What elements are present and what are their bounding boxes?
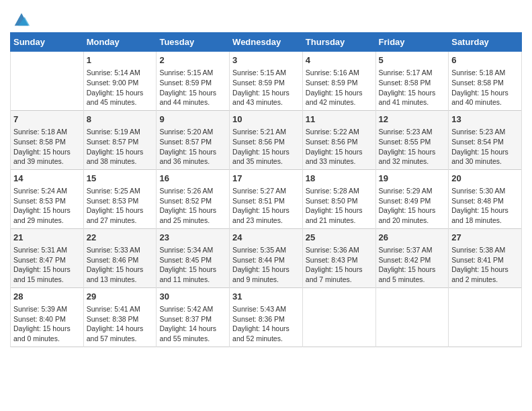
day-info: Sunrise: 5:39 AM Sunset: 8:40 PM Dayligh… [13, 304, 81, 344]
logo-icon [12, 9, 31, 28]
calendar-cell: 4Sunrise: 5:16 AM Sunset: 8:59 PM Daylig… [302, 52, 375, 111]
day-number: 26 [379, 232, 446, 244]
calendar-cell: 22Sunrise: 5:33 AM Sunset: 8:46 PM Dayli… [83, 228, 157, 287]
day-number: 1 [87, 54, 154, 66]
calendar-cell: 17Sunrise: 5:27 AM Sunset: 8:51 PM Dayli… [230, 169, 303, 228]
calendar-cell: 21Sunrise: 5:31 AM Sunset: 8:47 PM Dayli… [11, 228, 84, 287]
day-number: 22 [87, 232, 154, 244]
header-monday: Monday [83, 33, 157, 52]
day-info: Sunrise: 5:22 AM Sunset: 8:56 PM Dayligh… [306, 127, 373, 167]
day-info: Sunrise: 5:16 AM Sunset: 8:59 PM Dayligh… [306, 68, 373, 107]
day-info: Sunrise: 5:24 AM Sunset: 8:53 PM Dayligh… [13, 186, 81, 226]
calendar-cell: 28Sunrise: 5:39 AM Sunset: 8:40 PM Dayli… [11, 287, 84, 347]
calendar-cell: 12Sunrise: 5:23 AM Sunset: 8:55 PM Dayli… [375, 110, 449, 169]
header-thursday: Thursday [302, 33, 375, 52]
calendar-cell: 15Sunrise: 5:25 AM Sunset: 8:53 PM Dayli… [83, 169, 157, 228]
day-info: Sunrise: 5:23 AM Sunset: 8:55 PM Dayligh… [379, 127, 446, 167]
header-friday: Friday [375, 33, 449, 52]
day-info: Sunrise: 5:18 AM Sunset: 8:58 PM Dayligh… [451, 68, 519, 107]
day-number: 12 [379, 113, 446, 126]
calendar-cell: 27Sunrise: 5:38 AM Sunset: 8:41 PM Dayli… [449, 228, 522, 287]
day-number: 11 [306, 113, 373, 126]
day-number: 24 [232, 232, 300, 244]
day-info: Sunrise: 5:30 AM Sunset: 8:48 PM Dayligh… [451, 186, 519, 226]
day-number: 6 [451, 54, 519, 66]
calendar-cell: 10Sunrise: 5:21 AM Sunset: 8:56 PM Dayli… [230, 110, 303, 169]
calendar-cell: 23Sunrise: 5:34 AM Sunset: 8:45 PM Dayli… [157, 228, 230, 287]
day-number: 30 [159, 291, 226, 303]
calendar-cell: 19Sunrise: 5:29 AM Sunset: 8:49 PM Dayli… [375, 169, 449, 228]
day-number: 2 [159, 54, 226, 66]
header-saturday: Saturday [449, 33, 522, 52]
calendar-cell: 31Sunrise: 5:43 AM Sunset: 8:36 PM Dayli… [230, 287, 303, 347]
day-number: 25 [306, 232, 373, 244]
calendar-cell: 1Sunrise: 5:14 AM Sunset: 9:00 PM Daylig… [83, 52, 157, 111]
calendar-cell: 25Sunrise: 5:36 AM Sunset: 8:43 PM Dayli… [302, 228, 375, 287]
day-number: 20 [451, 173, 519, 185]
day-number: 5 [379, 54, 446, 66]
day-number: 21 [13, 232, 81, 244]
day-info: Sunrise: 5:14 AM Sunset: 9:00 PM Dayligh… [87, 68, 154, 107]
header-sunday: Sunday [11, 33, 84, 52]
calendar-cell: 5Sunrise: 5:17 AM Sunset: 8:58 PM Daylig… [375, 52, 449, 111]
day-info: Sunrise: 5:29 AM Sunset: 8:49 PM Dayligh… [379, 186, 446, 226]
day-number: 16 [159, 173, 226, 185]
calendar-cell: 2Sunrise: 5:15 AM Sunset: 8:59 PM Daylig… [157, 52, 230, 111]
day-number: 19 [379, 173, 446, 185]
calendar-cell: 30Sunrise: 5:42 AM Sunset: 8:37 PM Dayli… [157, 287, 230, 347]
day-info: Sunrise: 5:33 AM Sunset: 8:46 PM Dayligh… [87, 245, 154, 285]
calendar-cell: 9Sunrise: 5:20 AM Sunset: 8:57 PM Daylig… [157, 110, 230, 169]
day-number: 18 [306, 173, 373, 185]
day-number: 14 [13, 173, 81, 185]
header [10, 7, 522, 28]
calendar-cell: 6Sunrise: 5:18 AM Sunset: 8:58 PM Daylig… [449, 52, 522, 111]
day-info: Sunrise: 5:23 AM Sunset: 8:54 PM Dayligh… [451, 127, 519, 167]
day-number: 28 [13, 291, 81, 303]
day-number: 27 [451, 232, 519, 244]
header-tuesday: Tuesday [157, 33, 230, 52]
day-number: 31 [232, 291, 300, 303]
calendar-header-row: SundayMondayTuesdayWednesdayThursdayFrid… [11, 33, 522, 52]
day-info: Sunrise: 5:28 AM Sunset: 8:50 PM Dayligh… [306, 186, 373, 226]
day-info: Sunrise: 5:31 AM Sunset: 8:47 PM Dayligh… [13, 245, 81, 285]
day-info: Sunrise: 5:41 AM Sunset: 8:38 PM Dayligh… [87, 304, 154, 344]
calendar-cell: 7Sunrise: 5:18 AM Sunset: 8:58 PM Daylig… [11, 110, 84, 169]
day-number: 17 [232, 173, 300, 185]
calendar-cell [449, 287, 522, 347]
week-row-2: 7Sunrise: 5:18 AM Sunset: 8:58 PM Daylig… [11, 110, 522, 169]
day-number: 15 [87, 173, 154, 185]
day-info: Sunrise: 5:35 AM Sunset: 8:44 PM Dayligh… [232, 245, 300, 285]
day-info: Sunrise: 5:18 AM Sunset: 8:58 PM Dayligh… [13, 127, 81, 167]
day-info: Sunrise: 5:37 AM Sunset: 8:42 PM Dayligh… [379, 245, 446, 285]
calendar-cell [302, 287, 375, 347]
calendar-cell [11, 52, 84, 111]
day-number: 7 [13, 113, 81, 126]
week-row-4: 21Sunrise: 5:31 AM Sunset: 8:47 PM Dayli… [11, 228, 522, 287]
day-number: 9 [159, 113, 226, 126]
day-number: 13 [451, 113, 519, 126]
calendar-cell: 14Sunrise: 5:24 AM Sunset: 8:53 PM Dayli… [11, 169, 84, 228]
day-info: Sunrise: 5:17 AM Sunset: 8:58 PM Dayligh… [379, 68, 446, 107]
week-row-3: 14Sunrise: 5:24 AM Sunset: 8:53 PM Dayli… [11, 169, 522, 228]
day-number: 3 [232, 54, 300, 66]
calendar-cell: 8Sunrise: 5:19 AM Sunset: 8:57 PM Daylig… [83, 110, 157, 169]
day-number: 23 [159, 232, 226, 244]
calendar-cell: 18Sunrise: 5:28 AM Sunset: 8:50 PM Dayli… [302, 169, 375, 228]
day-number: 10 [232, 113, 300, 126]
day-info: Sunrise: 5:34 AM Sunset: 8:45 PM Dayligh… [159, 245, 226, 285]
day-info: Sunrise: 5:27 AM Sunset: 8:51 PM Dayligh… [232, 186, 300, 226]
day-info: Sunrise: 5:15 AM Sunset: 8:59 PM Dayligh… [159, 68, 226, 107]
calendar-table: SundayMondayTuesdayWednesdayThursdayFrid… [10, 32, 522, 347]
calendar-cell: 24Sunrise: 5:35 AM Sunset: 8:44 PM Dayli… [230, 228, 303, 287]
day-info: Sunrise: 5:36 AM Sunset: 8:43 PM Dayligh… [306, 245, 373, 285]
calendar-cell [375, 287, 449, 347]
calendar-cell: 16Sunrise: 5:26 AM Sunset: 8:52 PM Dayli… [157, 169, 230, 228]
day-number: 4 [306, 54, 373, 66]
calendar-cell: 3Sunrise: 5:15 AM Sunset: 8:59 PM Daylig… [230, 52, 303, 111]
day-info: Sunrise: 5:42 AM Sunset: 8:37 PM Dayligh… [159, 304, 226, 344]
calendar-cell: 11Sunrise: 5:22 AM Sunset: 8:56 PM Dayli… [302, 110, 375, 169]
calendar-cell: 20Sunrise: 5:30 AM Sunset: 8:48 PM Dayli… [449, 169, 522, 228]
day-info: Sunrise: 5:38 AM Sunset: 8:41 PM Dayligh… [451, 245, 519, 285]
header-wednesday: Wednesday [230, 33, 303, 52]
calendar-cell: 26Sunrise: 5:37 AM Sunset: 8:42 PM Dayli… [375, 228, 449, 287]
